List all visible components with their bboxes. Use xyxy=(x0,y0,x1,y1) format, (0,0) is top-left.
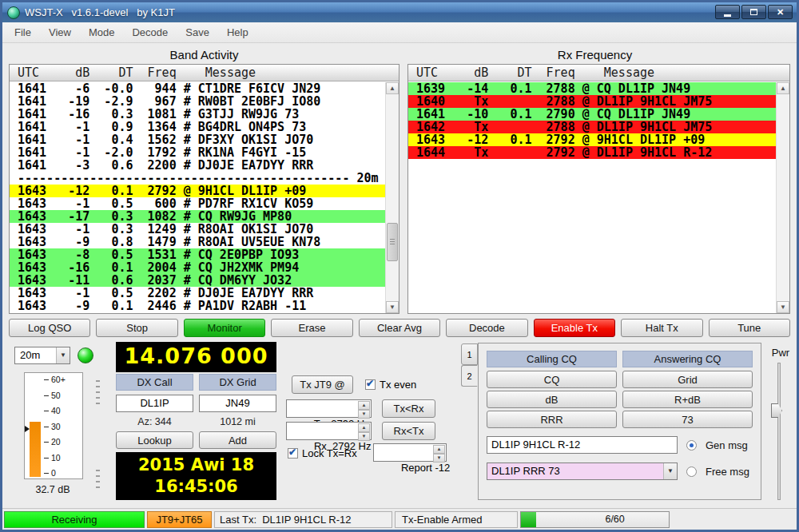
decode-row[interactable]: 1643 -1 0.5 600 # PD7RF RX1CV KO59 xyxy=(10,197,385,210)
decode-row[interactable]: ----------------------------------------… xyxy=(10,172,385,185)
maximize-button[interactable] xyxy=(741,5,766,19)
scroll-down-icon[interactable]: ▼ xyxy=(777,301,789,313)
decode-row[interactable]: 1641 -3 0.6 2200 # DJ0JE EA7DYY RRR xyxy=(10,159,385,172)
window-title: WSJT-X v1.6.1-devel by K1JT xyxy=(25,6,175,18)
decode-row[interactable]: 1641 -16 0.3 1081 # G3TJJ RW9JG 73 xyxy=(10,108,385,121)
menu-mode[interactable]: Mode xyxy=(80,22,124,42)
minimize-button[interactable] xyxy=(715,5,740,19)
clock-time: 16:45:06 xyxy=(116,476,276,497)
decode-row[interactable]: 1643 -16 0.1 2004 # CQ JH2XMK PM94 xyxy=(10,261,385,274)
decode-row[interactable]: 1643 -12 0.1 2792 @ 9H1CL DL1IP +09 xyxy=(10,185,385,197)
chevron-down-icon[interactable]: ▼ xyxy=(663,463,677,479)
seventy-three-message-button[interactable]: 73 xyxy=(622,411,753,428)
menu-save[interactable]: Save xyxy=(177,22,218,42)
stop-button[interactable]: Stop xyxy=(96,319,177,337)
tune-button[interactable]: Tune xyxy=(709,319,790,337)
decode-row[interactable]: 1644 Tx 2792 @ DL1IP 9H1CL R-12 xyxy=(408,146,776,159)
menu-view[interactable]: View xyxy=(40,22,80,42)
spin-up-icon[interactable]: ▲ xyxy=(358,423,370,432)
menu-decode[interactable]: Decode xyxy=(123,22,177,42)
halt-tx-button[interactable]: Halt Tx xyxy=(621,319,702,337)
decode-row[interactable]: 1643 -12 0.1 2792 @ 9H1CL DL1IP +09 xyxy=(408,133,776,146)
chevron-down-icon[interactable]: ▼ xyxy=(56,347,70,363)
report-spinner[interactable]: Report -12 ▲▼ xyxy=(373,443,447,462)
rx-freq-spinner[interactable]: Rx 2792 Hz ▲▼ xyxy=(286,422,372,440)
spin-up-icon[interactable]: ▲ xyxy=(433,445,445,454)
pwr-slider[interactable] xyxy=(769,363,789,500)
main-button-row: Log QSO Stop Monitor Erase Clear Avg Dec… xyxy=(9,319,790,337)
decode-row[interactable]: 1641 -10 0.1 2790 @ CQ DL1IP JN49 xyxy=(408,108,776,121)
frequency-display[interactable]: 14.076 000 xyxy=(116,342,276,372)
scroll-up-icon[interactable]: ▲ xyxy=(777,82,789,94)
decode-row[interactable]: 1643 -9 0.8 1479 # R8OAI UV5EUE KN78 xyxy=(10,236,385,248)
band-select[interactable]: 20m ▼ xyxy=(14,347,70,364)
scroll-down-icon[interactable]: ▼ xyxy=(386,301,399,313)
free-msg-radio[interactable] xyxy=(686,466,697,477)
decode-row[interactable]: 1643 -1 0.5 2202 # DJ0JE EA7DYY RRR xyxy=(10,287,385,300)
decode-row[interactable]: 1641 -19 -2.9 967 # RW0BT 2E0BFJ IO80 xyxy=(10,95,385,108)
decode-row[interactable]: 1643 -8 0.5 1531 # CQ 2E0PBP IO93 xyxy=(10,248,385,261)
decode-row[interactable]: 1641 -1 -2.0 1792 # RK1NA F4GYI -15 xyxy=(10,146,385,159)
meter-tick xyxy=(44,427,49,427)
tx-even-label: Tx even xyxy=(380,379,416,391)
dx-grid-field[interactable]: JN49 xyxy=(199,395,276,412)
grid-message-button[interactable]: Grid xyxy=(622,371,753,388)
menu-file[interactable]: File xyxy=(6,22,40,42)
splitter-grip-icon[interactable] xyxy=(96,470,100,492)
spin-down-icon[interactable]: ▼ xyxy=(358,410,370,419)
db-message-button[interactable]: dB xyxy=(487,391,617,408)
meter-tick-label: 0 xyxy=(51,468,56,478)
decode-row[interactable]: 1643 -17 0.3 1082 # CQ RW9JG MP80 xyxy=(10,210,385,223)
cq-message-button[interactable]: CQ xyxy=(487,371,617,388)
log-qso-button[interactable]: Log QSO xyxy=(9,319,90,337)
decode-row[interactable]: 1641 -1 0.9 1364 # BG4DRL ON4PS 73 xyxy=(10,121,385,133)
tx-even-checkbox[interactable]: Tx even xyxy=(365,379,416,391)
wsjtx-app-icon[interactable] xyxy=(7,6,20,19)
rx-frequency-scrollbar[interactable]: ▲ ▼ xyxy=(776,82,789,313)
spin-down-icon[interactable]: ▼ xyxy=(358,432,370,441)
decode-button[interactable]: Decode xyxy=(446,319,527,337)
decode-row[interactable]: 1642 Tx 2788 @ DL1IP 9H1CL JM75 xyxy=(408,121,776,133)
clear-avg-button[interactable]: Clear Avg xyxy=(359,319,440,337)
lock-txrx-checkbox[interactable]: Lock Tx=Rx xyxy=(288,447,357,459)
scrollbar-thumb[interactable] xyxy=(387,223,398,261)
rdb-message-button[interactable]: R+dB xyxy=(622,391,753,408)
rx-frequency-rows: 1639 -14 0.1 2788 @ CQ DL1IP JN491640 Tx… xyxy=(408,82,776,313)
tab-2[interactable]: 2 xyxy=(461,365,478,387)
tx-lt-rx-button[interactable]: Tx<Rx xyxy=(382,399,435,418)
gen-msg-field[interactable]: DL1IP 9H1CL R-12 xyxy=(487,436,678,454)
band-activity-scrollbar[interactable]: ▲ ▼ xyxy=(385,82,399,313)
decode-row[interactable]: 1643 -1 0.3 1249 # R8OAI OK1SI JO70 xyxy=(10,223,385,236)
meter-tick-label: 40 xyxy=(51,406,61,415)
gen-msg-radio[interactable] xyxy=(686,440,697,451)
decode-panels: UTC dB DT Freq Message 1641 -6 -0.0 944 … xyxy=(9,64,790,314)
enable-tx-button[interactable]: Enable Tx xyxy=(534,319,615,337)
gen-msg-row: DL1IP 9H1CL R-12 Gen msg xyxy=(487,436,753,454)
decode-row[interactable]: 1641 -1 0.4 1562 # DF3XY OK1SI JO70 xyxy=(10,133,385,146)
decode-row[interactable]: 1641 -6 -0.0 944 # CT1DRE F6ICV JN29 xyxy=(10,82,385,95)
lookup-button[interactable]: Lookup xyxy=(116,431,193,449)
tx-freq-spinner[interactable]: Tx 2792 Hz ▲▼ xyxy=(286,399,372,418)
splitter-grip-icon[interactable] xyxy=(96,380,100,407)
decode-row[interactable]: 1639 -14 0.1 2788 @ CQ DL1IP JN49 xyxy=(408,82,776,95)
meter-tick-label: 20 xyxy=(51,437,61,447)
scroll-up-icon[interactable]: ▲ xyxy=(386,82,399,94)
decode-row[interactable]: 1643 -9 0.1 2446 # PA1DV R2ABH -11 xyxy=(10,300,385,312)
free-msg-combo[interactable]: DL1IP RRR 73 ▼ xyxy=(487,463,678,480)
rx-lt-tx-button[interactable]: Rx<Tx xyxy=(382,422,435,440)
erase-button[interactable]: Erase xyxy=(271,319,352,337)
tab-1[interactable]: 1 xyxy=(461,343,478,365)
monitor-button[interactable]: Monitor xyxy=(184,319,265,337)
rrr-message-button[interactable]: RRR xyxy=(487,411,617,428)
azimuth-label: Az: 344 xyxy=(116,416,193,427)
menu-help[interactable]: Help xyxy=(218,22,257,42)
dx-call-field[interactable]: DL1IP xyxy=(116,395,193,412)
close-button[interactable]: ✕ xyxy=(768,5,793,19)
tx-jt9-button[interactable]: Tx JT9 @ xyxy=(292,375,353,394)
add-button[interactable]: Add xyxy=(199,431,276,449)
decode-row[interactable]: 1640 Tx 2788 @ DL1IP 9H1CL JM75 xyxy=(408,95,776,108)
decode-row[interactable]: 1643 -11 0.6 2037 # CQ DM6YY JO32 xyxy=(10,274,385,287)
spin-down-icon[interactable]: ▼ xyxy=(433,454,445,463)
spin-up-icon[interactable]: ▲ xyxy=(358,401,370,410)
tx-progress-bar: 6/60 xyxy=(520,511,670,528)
